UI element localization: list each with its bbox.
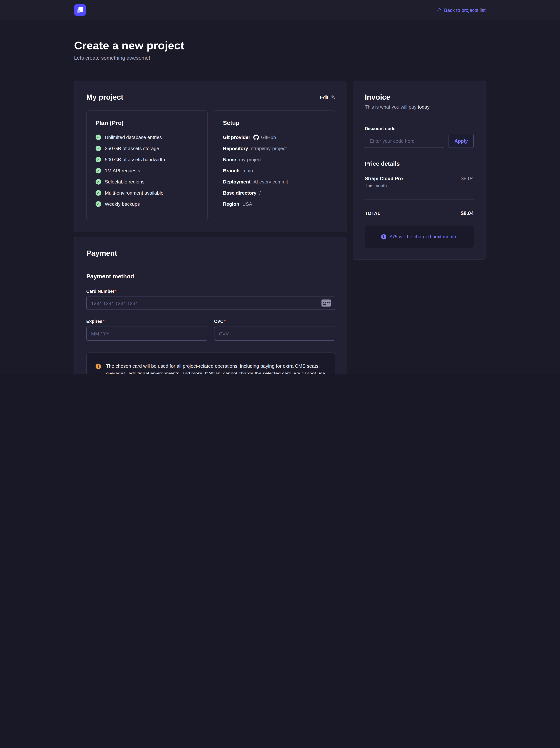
setup-row-region: Region USA	[223, 201, 326, 207]
back-link-label: Back to projects list	[444, 7, 486, 13]
price-item-period: This month	[365, 183, 474, 188]
check-icon: ✓	[96, 168, 101, 173]
project-summary-card: My project Edit ✎ Plan (Pro) ✓Unlimited …	[74, 81, 347, 232]
expires-input[interactable]	[86, 327, 208, 341]
price-line-item: Strapi Cloud Pro $8.04	[365, 175, 474, 181]
total-row: TOTAL $8.04	[365, 210, 474, 216]
card-usage-notice-text: The chosen card will be used for all pro…	[106, 363, 326, 374]
plan-feature: ✓Unlimited database entries	[96, 135, 198, 140]
card-number-label: Card Number	[86, 289, 115, 294]
setup-row-name: Name my-project	[223, 157, 326, 162]
plan-feature: ✓250 GB of assets storage	[96, 146, 198, 151]
required-mark: *	[103, 319, 104, 324]
cvc-field: CVC*	[214, 319, 335, 341]
invoice-title: Invoice	[365, 93, 474, 101]
price-item-name: Strapi Cloud Pro	[365, 176, 403, 181]
payment-method-title: Payment method	[86, 273, 335, 280]
cvc-label: CVC	[214, 319, 223, 324]
strapi-logo-icon[interactable]	[74, 4, 86, 16]
check-icon: ✓	[96, 157, 101, 162]
plan-feature: ✓1M API requests	[96, 168, 198, 173]
setup-rows: Git provider GitHub Repository strapi/my…	[223, 135, 326, 207]
payment-title: Payment	[86, 249, 335, 258]
plan-feature: ✓Multi-environment available	[96, 190, 198, 196]
plan-feature: ✓Weekly backups	[96, 201, 198, 207]
plan-feature: ✓500 GB of assets bandwidth	[96, 157, 198, 162]
pencil-icon: ✎	[331, 95, 335, 100]
expires-field: Expires*	[86, 319, 208, 341]
price-divider	[365, 200, 474, 200]
setup-row-branch: Branch main	[223, 168, 326, 173]
apply-discount-button[interactable]: Apply	[448, 134, 474, 148]
discount-code-label: Discount code	[365, 126, 474, 131]
plan-box: Plan (Pro) ✓Unlimited database entries ✓…	[86, 111, 208, 220]
required-mark: *	[115, 289, 117, 294]
page-title: Create a new project	[74, 39, 486, 52]
info-icon: i	[381, 234, 386, 239]
check-icon: ✓	[96, 146, 101, 151]
price-item-amount: $8.04	[461, 175, 474, 181]
card-number-field: Card Number*	[86, 289, 335, 310]
check-icon: ✓	[96, 201, 101, 207]
back-arrow-icon: ↶	[437, 7, 441, 13]
project-card-title: My project	[86, 93, 123, 101]
price-details-title: Price details	[365, 161, 474, 167]
payment-card: Payment Payment method Card Number* Expi…	[74, 237, 347, 374]
plan-title: Plan (Pro)	[96, 120, 198, 126]
main-content: Create a new project Lets create somethi…	[0, 20, 560, 374]
back-to-projects-link[interactable]: ↶ Back to projects list	[437, 7, 486, 13]
credit-card-icon	[321, 300, 331, 307]
check-icon: ✓	[96, 190, 101, 196]
setup-box: Setup Git provider GitHub	[214, 111, 335, 220]
card-number-input[interactable]	[86, 297, 335, 310]
page-subtitle: Lets create something awesome!	[74, 55, 486, 61]
warning-icon: !	[96, 364, 101, 369]
edit-project-button[interactable]: Edit ✎	[320, 95, 335, 100]
check-icon: ✓	[96, 179, 101, 185]
total-amount: $8.04	[461, 210, 474, 216]
invoice-subtitle: This is what you will pay today	[365, 104, 474, 110]
plan-feature: ✓Selectable regions	[96, 179, 198, 185]
setup-title: Setup	[223, 120, 326, 126]
expires-label: Expires	[86, 319, 102, 324]
discount-code-block: Discount code Apply	[365, 126, 474, 148]
github-icon	[253, 135, 259, 140]
setup-row-repository: Repository strapi/my-project	[223, 146, 326, 151]
next-month-charge-note: i $75 will be charged next month.	[365, 226, 474, 248]
discount-code-input[interactable]	[365, 134, 443, 148]
setup-row-git-provider: Git provider GitHub	[223, 135, 326, 140]
setup-row-deployment: Deployment At every commit	[223, 179, 326, 185]
total-label: TOTAL	[365, 211, 380, 216]
card-usage-notice: ! The chosen card will be used for all p…	[86, 352, 335, 374]
next-month-charge-text: $75 will be charged next month.	[389, 234, 457, 239]
cvc-input[interactable]	[214, 327, 335, 341]
invoice-panel: Invoice This is what you will pay today …	[352, 81, 486, 260]
top-bar: ↶ Back to projects list	[0, 0, 560, 20]
edit-button-label: Edit	[320, 95, 328, 100]
setup-row-base-directory: Base directory /	[223, 190, 326, 196]
required-mark: *	[224, 319, 225, 324]
page: ↶ Back to projects list Create a new pro…	[0, 0, 560, 374]
check-icon: ✓	[96, 135, 101, 140]
plan-feature-list: ✓Unlimited database entries ✓250 GB of a…	[96, 135, 198, 207]
